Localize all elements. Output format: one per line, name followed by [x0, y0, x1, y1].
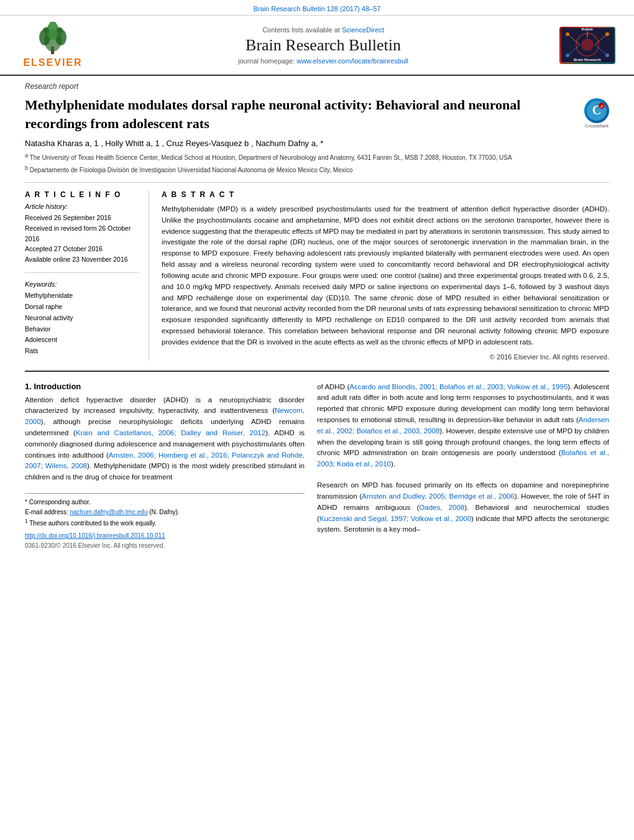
- journal-reference: Brain Research Bulletin 128 (2017) 48–57: [254, 5, 381, 12]
- article-divider: [25, 182, 609, 183]
- svg-text:Bulletin: Bulletin: [581, 28, 592, 31]
- keywords-section: Keywords: Methylphenidate Dorsal raphe N…: [25, 280, 139, 357]
- svg-point-19: [605, 53, 609, 57]
- crossmark-label: CrossMark: [585, 123, 609, 129]
- section-label: Research report: [25, 82, 609, 91]
- cite-krain[interactable]: Krain and Castellanos, 2006; Dalley and …: [76, 429, 265, 436]
- journal-header: ELSEVIER Contents lists available at Sci…: [0, 16, 634, 76]
- cite-bolanos[interactable]: Bolaños et al., 2003; Koda et al., 2010: [317, 449, 609, 468]
- intro-heading: 1. Introduction: [25, 382, 305, 391]
- keyword-1: Methylphenidate: [25, 290, 139, 302]
- crossmark-logo: C ✓: [586, 99, 608, 122]
- email-link[interactable]: nachum.dafny@uth.tmc.edu: [70, 509, 147, 515]
- article-info-title: A R T I C L E I N F O: [25, 190, 139, 199]
- affiliation-b: b Departamento de Fisiologia División de…: [25, 164, 609, 175]
- abstract-text: Methylphenidate (MPD) is a widely prescr…: [162, 204, 609, 348]
- info-divider: [25, 272, 139, 273]
- intro-right-text-2: Research on MPD has focused primarily on…: [317, 480, 609, 535]
- svg-point-5: [43, 27, 49, 34]
- cite-oades[interactable]: Oades, 2008: [419, 504, 464, 511]
- elsevier-logo: ELSEVIER: [12, 22, 93, 68]
- affiliation-a: a The University of Texas Health Science…: [25, 152, 609, 162]
- keyword-3: Neuronal activity: [25, 313, 139, 324]
- journal-top-bar: Brain Research Bulletin 128 (2017) 48–57: [0, 0, 634, 16]
- footnote-corresponding: * Corresponding author.: [25, 497, 305, 507]
- elsevier-tree-icon: [34, 22, 72, 56]
- intro-left-text: Attention deficit hyperactive disorder (…: [25, 395, 305, 484]
- keyword-4: Behavior: [25, 324, 139, 335]
- history-revised: Received in revised form 26 October 2016: [25, 223, 139, 244]
- doi-link[interactable]: http://dx.doi.org/10.1016/j.brainresbull…: [25, 532, 165, 539]
- title-row: Methylphenidate modulates dorsal raphe n…: [25, 96, 609, 139]
- crossmark-container: C ✓ CrossMark: [584, 98, 609, 129]
- cite-arnsten-dudley[interactable]: Arnsten and Dudley, 2005; Berridge et al…: [362, 492, 515, 500]
- journal-title: Brain Research Bulletin: [93, 36, 553, 55]
- keyword-5: Adolescent: [25, 335, 139, 346]
- svg-point-16: [566, 32, 569, 36]
- svg-point-6: [57, 27, 63, 34]
- svg-point-18: [566, 53, 569, 57]
- keyword-2: Dorsal raphe: [25, 302, 139, 313]
- abstract-title: A B S T R A C T: [162, 190, 609, 199]
- history-online: Available online 23 November 2016: [25, 254, 139, 265]
- history-label: Article history:: [25, 203, 139, 210]
- homepage-link[interactable]: www.elsevier.com/locate/brainresbull: [296, 57, 408, 65]
- copyright-line: © 2016 Elsevier Inc. All rights reserved…: [162, 353, 609, 361]
- body-right-col: of ADHD (Accardo and Blondis, 2001; Bola…: [317, 382, 609, 552]
- keywords-label: Keywords:: [25, 280, 139, 288]
- info-abstract-section: A R T I C L E I N F O Article history: R…: [25, 190, 609, 361]
- homepage-line: journal homepage: www.elsevier.com/locat…: [93, 57, 553, 65]
- history-accepted: Accepted 27 October 2016: [25, 244, 139, 254]
- affiliations: a The University of Texas Health Science…: [25, 152, 609, 175]
- cite-accardo[interactable]: Accardo and Blondis, 2001; Bolaños et al…: [349, 383, 567, 390]
- section-divider: [25, 371, 609, 372]
- intro-right-text-1: of ADHD (Accardo and Blondis, 2001; Bola…: [317, 382, 609, 471]
- cite-andersen[interactable]: Andersen et al., 2002; Bolaños et al., 2…: [317, 416, 609, 435]
- svg-point-17: [605, 32, 609, 36]
- elsevier-wordmark: ELSEVIER: [23, 57, 82, 68]
- cite-kuczenski[interactable]: Kuczenski and Segal, 1997; Volkow et al.…: [319, 515, 471, 522]
- contents-line: Contents lists available at ScienceDirec…: [93, 26, 553, 34]
- page-container: Brain Research Bulletin 128 (2017) 48–57…: [0, 0, 634, 563]
- article-info-col: A R T I C L E I N F O Article history: R…: [25, 190, 149, 361]
- doi-line: http://dx.doi.org/10.1016/j.brainresbull…: [25, 531, 305, 541]
- article-title: Methylphenidate modulates dorsal raphe n…: [25, 96, 541, 132]
- main-content: Research report Methylphenidate modulate…: [0, 76, 634, 563]
- journal-title-center: Contents lists available at ScienceDirec…: [93, 26, 553, 65]
- footnote-email: E-mail address: nachum.dafny@uth.tmc.edu…: [25, 507, 305, 517]
- sciencedirect-link[interactable]: ScienceDirect: [342, 26, 384, 34]
- cite-newcom[interactable]: Newcom, 2000: [25, 407, 305, 425]
- footnotes: * Corresponding author. E-mail address: …: [25, 493, 305, 551]
- authors-line: Natasha Kharas a, 1 , Holly Whitt a, 1 ,…: [25, 139, 609, 148]
- body-content: 1. Introduction Attention deficit hypera…: [25, 382, 609, 552]
- crossmark-icon: C ✓: [584, 98, 609, 123]
- brb-logo-image: Brain Research Bulletin: [561, 28, 614, 62]
- svg-point-10: [581, 39, 594, 51]
- svg-text:Brain Research: Brain Research: [573, 58, 600, 62]
- brb-logo-box: Brain Research Bulletin: [559, 27, 615, 64]
- cite-arnsten[interactable]: Arnsten, 2006; Homberg et al., 2016; Pol…: [25, 451, 305, 470]
- body-left-col: 1. Introduction Attention deficit hypera…: [25, 382, 305, 552]
- keyword-6: Rats: [25, 346, 139, 357]
- svg-text:✓: ✓: [600, 104, 604, 109]
- article-history: Article history: Received 26 September 2…: [25, 203, 139, 265]
- history-received: Received 26 September 2016: [25, 213, 139, 223]
- footnote-equal: 1 These authors contributed to the work …: [25, 517, 305, 528]
- brb-logo: Brain Research Bulletin: [553, 27, 622, 64]
- abstract-col: A B S T R A C T Methylphenidate (MPD) is…: [162, 190, 609, 361]
- issn-line: 0361-9230/© 2016 Elsevier Inc. All right…: [25, 541, 305, 551]
